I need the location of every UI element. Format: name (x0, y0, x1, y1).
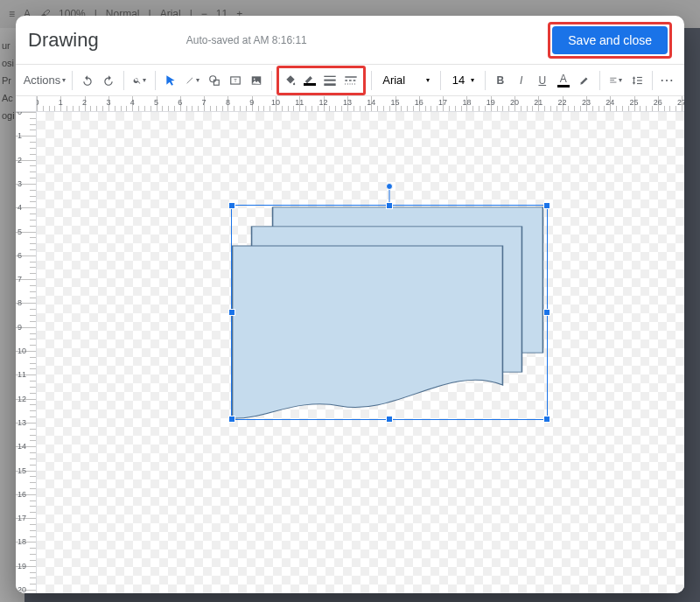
separator (652, 71, 653, 90)
svg-rect-16 (637, 76, 642, 77)
highlight-style-tools (276, 66, 366, 95)
svg-text:T: T (234, 78, 237, 83)
rotate-handle[interactable] (386, 183, 393, 190)
svg-rect-15 (610, 81, 616, 82)
border-weight-button[interactable] (319, 69, 340, 92)
line-tool[interactable]: ▾ (182, 69, 203, 92)
zoom-menu[interactable]: ▾ (130, 69, 150, 92)
drawing-dialog: Drawing Auto-saved at AM 8:16:11 Save an… (16, 16, 684, 593)
shape-tool[interactable] (205, 69, 224, 92)
border-color-bar (304, 83, 316, 86)
handle-sw[interactable] (228, 416, 235, 423)
handle-nw[interactable] (228, 202, 235, 209)
text-color-button[interactable]: A (554, 69, 573, 92)
ruler-horizontal[interactable]: 0123456789101112131415161718192021222324… (37, 96, 684, 112)
svg-rect-8 (325, 79, 336, 80)
separator (155, 71, 156, 90)
textbox-tool[interactable]: T (226, 69, 245, 92)
separator (485, 71, 486, 90)
select-tool[interactable] (161, 69, 180, 92)
italic-button[interactable]: I (512, 69, 531, 92)
align-menu[interactable]: ▾ (606, 69, 626, 92)
svg-rect-14 (610, 80, 614, 80)
svg-point-6 (253, 78, 255, 80)
actions-menu[interactable]: Actions▾ (23, 69, 66, 92)
highlight-color-button[interactable] (575, 69, 594, 92)
text-color-bar (557, 85, 570, 88)
separator (599, 71, 600, 90)
separator (440, 71, 441, 90)
svg-point-1 (209, 75, 215, 81)
border-color-button[interactable] (300, 69, 319, 92)
separator (371, 71, 372, 90)
more-button[interactable]: ⋯ (658, 69, 677, 92)
handle-ne[interactable] (543, 202, 550, 209)
drawing-toolbar: Actions▾ ▾ ▾ T (16, 65, 684, 96)
svg-rect-17 (637, 80, 642, 80)
dialog-title: Drawing (28, 29, 99, 52)
shape-layer (37, 112, 684, 593)
separator (271, 71, 272, 90)
svg-line-0 (187, 77, 192, 82)
autosave-status: Auto-saved at AM 8:16:11 (186, 34, 307, 46)
ruler-vertical[interactable]: 01234567891011121314151617181920 (16, 112, 37, 593)
separator (123, 71, 124, 90)
image-tool[interactable] (247, 69, 266, 92)
ruler-corner (16, 96, 37, 112)
save-and-close-button[interactable]: Save and close (552, 26, 668, 54)
canvas-area: 0123456789101112131415161718192021222324… (16, 96, 684, 593)
border-dash-button[interactable] (340, 69, 361, 92)
svg-rect-13 (610, 77, 616, 78)
handle-e[interactable] (543, 309, 550, 316)
highlight-save-close: Save and close (548, 22, 672, 59)
handle-n[interactable] (386, 202, 393, 209)
handle-se[interactable] (543, 416, 550, 423)
line-spacing-button[interactable] (627, 69, 647, 92)
dialog-header: Drawing Auto-saved at AM 8:16:11 Save an… (16, 16, 684, 65)
handle-w[interactable] (228, 309, 235, 316)
bold-button[interactable]: B (491, 69, 510, 92)
handle-s[interactable] (386, 416, 393, 423)
font-size-select[interactable]: 14▾ (446, 69, 480, 92)
font-family-select[interactable]: Arial▾ (377, 69, 435, 92)
svg-rect-9 (325, 83, 336, 86)
drawing-canvas[interactable] (37, 112, 684, 593)
selection-box[interactable] (231, 205, 548, 420)
separator (72, 71, 73, 90)
undo-button[interactable] (78, 69, 97, 92)
svg-rect-7 (325, 75, 336, 76)
fill-color-button[interactable] (281, 69, 300, 92)
svg-rect-2 (214, 80, 219, 85)
svg-rect-18 (637, 82, 642, 83)
underline-button[interactable]: U (533, 69, 552, 92)
redo-button[interactable] (99, 69, 118, 92)
